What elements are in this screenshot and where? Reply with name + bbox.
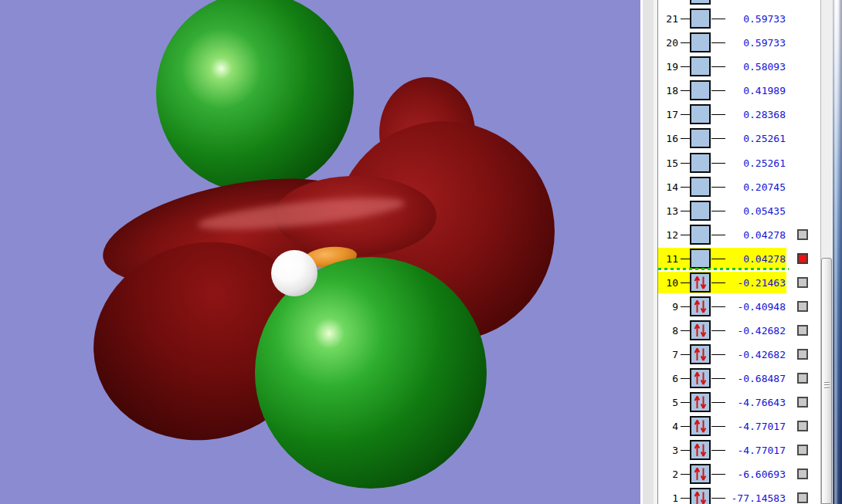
orbital-index: 1 (658, 486, 678, 504)
orbital-indicator[interactable] (797, 349, 808, 360)
orbital-indicator[interactable] (797, 421, 808, 431)
orbital-energy: -0.42682 (701, 343, 786, 367)
orbital-row[interactable]: 16 0.25261 (658, 127, 820, 151)
orbital-indicator[interactable] (797, 253, 808, 264)
orbital-row[interactable]: 9 -0.40948 (658, 295, 820, 319)
orbital-row[interactable]: 17 0.28368 (658, 103, 820, 127)
orbital-row[interactable]: 20 0.59733 (658, 31, 820, 55)
orbital-index: 3 (658, 438, 678, 462)
orbital-index: 2 (658, 462, 678, 486)
level-line-left (681, 138, 690, 139)
orbital-indicator[interactable] (797, 325, 808, 336)
orbital-index: 14 (658, 175, 678, 199)
level-line-left (681, 474, 690, 475)
orbital-energy: 0.28368 (701, 103, 786, 127)
orbital-index: 19 (658, 55, 678, 79)
orbital-energy: 0.25261 (701, 151, 786, 175)
orbital-index: 12 (658, 223, 678, 247)
level-line-left (681, 450, 690, 451)
orbital-level-box-partial[interactable] (690, 0, 711, 5)
green-orbital-lobe-top (156, 0, 354, 193)
orbital-row[interactable]: 2 -6.60693 (658, 462, 820, 486)
hydrogen-atom-sphere (271, 250, 317, 296)
orbital-energy: 0.05435 (701, 199, 786, 223)
orbital-index: 17 (658, 103, 678, 127)
orbital-row[interactable]: 12 0.04278 (658, 223, 820, 247)
orbital-index: 16 (658, 127, 678, 151)
orbital-row[interactable]: 19 0.58093 (658, 55, 820, 79)
orbital-indicator[interactable] (797, 468, 808, 479)
orbital-row[interactable]: 14 0.20745 (658, 175, 820, 199)
level-line-left (681, 354, 690, 355)
level-line-left (681, 66, 690, 67)
level-line-left (681, 19, 690, 19)
homo-lumo-divider (658, 268, 789, 270)
orbital-energy: -0.21463 (701, 271, 786, 295)
orbital-index: 8 (658, 319, 678, 343)
level-line-left (681, 498, 690, 499)
orbital-energy: 0.20745 (701, 175, 786, 199)
orbital-indicator[interactable] (797, 397, 808, 408)
orbital-energy: 0.59733 (701, 31, 786, 55)
orbital-index: 6 (658, 367, 678, 391)
orbital-row[interactable]: 3 -4.77017 (658, 438, 820, 462)
orbital-row[interactable]: 8 -0.42682 (658, 319, 820, 343)
orbital-energy: -0.42682 (701, 319, 786, 343)
level-line-left (681, 235, 690, 235)
level-line-left (681, 306, 690, 307)
orbital-row[interactable]: 10 -0.21463 (658, 271, 820, 295)
level-line-left (681, 402, 690, 403)
orbital-index: 21 (658, 7, 678, 31)
orbital-index: 4 (658, 414, 678, 438)
orbital-energy: 0.41989 (701, 79, 786, 103)
orbital-row[interactable]: 6 -0.68487 (658, 367, 820, 391)
orbital-energy: 0.04278 (701, 223, 786, 247)
orbital-indicator[interactable] (797, 301, 808, 312)
orbital-energy: -4.77017 (701, 414, 786, 438)
orbital-index: 5 (658, 391, 678, 414)
orbital-energy: -4.76643 (701, 391, 786, 414)
orbital-row[interactable]: 1 -77.14583 (658, 486, 820, 504)
scrollbar-thumb[interactable] (821, 258, 832, 504)
orbital-row[interactable]: 4 -4.77017 (658, 414, 820, 438)
orbital-index: 15 (658, 151, 678, 175)
orbital-index: 10 (658, 271, 678, 295)
level-line-left (681, 211, 690, 211)
molecule-3d-viewport[interactable] (0, 0, 640, 504)
orbital-energy: 0.59733 (701, 7, 786, 31)
level-line-left (681, 282, 690, 283)
orbital-energy-panel: 21 0.59733 20 0.59733 19 (658, 0, 820, 504)
level-line-left (681, 42, 690, 43)
orbital-energy: 0.25261 (701, 127, 786, 151)
orbital-index: 9 (658, 295, 678, 319)
level-line-left (681, 163, 690, 164)
orbital-energy: -0.40948 (701, 295, 786, 319)
orbital-indicator[interactable] (797, 445, 808, 455)
orbital-indicator[interactable] (797, 229, 808, 240)
window-edge (833, 0, 842, 504)
orbital-energy: -0.68487 (701, 367, 786, 391)
orbital-indicator[interactable] (797, 277, 808, 288)
orbital-row[interactable]: 18 0.41989 (658, 79, 820, 103)
orbital-energy: -4.77017 (701, 438, 786, 462)
level-line-left (681, 378, 690, 379)
orbital-energy: -77.14583 (701, 486, 786, 504)
level-line-left (681, 426, 690, 427)
orbital-index: 18 (658, 79, 678, 103)
orbital-row[interactable]: 5 -4.76643 (658, 391, 820, 414)
orbital-indicator[interactable] (797, 492, 808, 503)
orbital-energy: -6.60693 (701, 462, 786, 486)
orbital-index: 7 (658, 343, 678, 367)
pane-divider[interactable] (640, 0, 658, 504)
orbital-index: 13 (658, 199, 678, 223)
level-line-left (681, 90, 690, 91)
orbital-energy: 0.58093 (701, 55, 786, 79)
level-line-left (681, 187, 690, 188)
orbital-row[interactable]: 7 -0.42682 (658, 343, 820, 367)
orbital-indicator[interactable] (797, 373, 808, 384)
orbital-row[interactable]: 15 0.25261 (658, 151, 820, 175)
orbital-row[interactable]: 21 0.59733 (658, 7, 820, 31)
orbital-index: 20 (658, 31, 678, 55)
scrollbar-grip-icon (824, 382, 830, 390)
orbital-row[interactable]: 13 0.05435 (658, 199, 820, 223)
